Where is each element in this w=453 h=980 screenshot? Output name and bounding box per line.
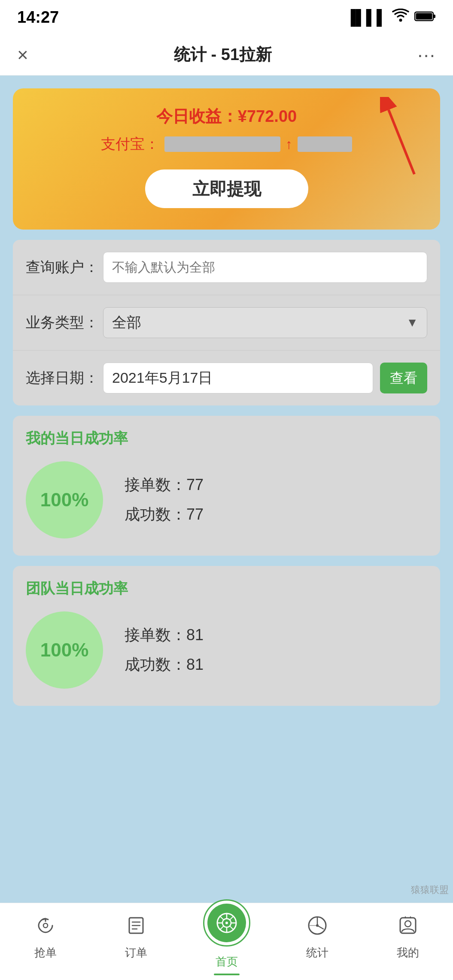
signal-icon: ▐▌▌▌ — [346, 9, 387, 26]
svg-point-6 — [43, 923, 48, 928]
nav-item-orders[interactable]: 订单 — [91, 914, 181, 960]
account-filter-input[interactable] — [103, 252, 427, 283]
orders-label: 订单 — [125, 945, 147, 960]
home-label: 首页 — [216, 954, 238, 969]
today-earnings: 今日收益：¥772.00 — [30, 106, 423, 127]
my-order-count: 接单数：77 — [125, 475, 204, 496]
svg-point-17 — [405, 921, 411, 927]
type-filter-value: 全部 — [112, 313, 141, 333]
status-time: 14:27 — [17, 8, 59, 27]
account-filter-row: 查询账户： — [13, 240, 440, 295]
my-stats-row: 100% 接单数：77 成功数：77 — [26, 461, 427, 538]
team-stats-title: 团队当日成功率 — [26, 579, 427, 599]
nav-item-stats[interactable]: 统计 — [272, 914, 362, 960]
home-center-button[interactable] — [203, 899, 250, 947]
watermark: 猿猿联盟 — [411, 883, 449, 896]
svg-point-0 — [399, 19, 402, 22]
account-filter-label: 查询账户： — [26, 257, 103, 277]
page-title: 统计 - 51拉新 — [174, 44, 272, 66]
orders-icon — [125, 914, 147, 942]
team-stats-section: 团队当日成功率 100% 接单数：81 成功数：81 — [13, 566, 440, 706]
team-order-count: 接单数：81 — [125, 625, 204, 646]
svg-rect-3 — [416, 13, 432, 19]
type-filter-row: 业务类型： 全部 ▼ — [13, 295, 440, 351]
date-filter-row: 选择日期： 2021年5月17日 查看 — [13, 351, 440, 405]
red-arrow-annotation — [380, 97, 423, 185]
nav-item-grab[interactable]: 抢单 — [0, 914, 91, 960]
team-stats-row: 100% 接单数：81 成功数：81 — [26, 611, 427, 689]
nav-bar: × 统计 - 51拉新 ··· — [0, 34, 453, 76]
status-icons: ▐▌▌▌ — [346, 9, 436, 26]
more-button[interactable]: ··· — [417, 44, 436, 66]
stats-label: 统计 — [306, 945, 328, 960]
grab-icon — [34, 914, 57, 942]
date-filter-label: 选择日期： — [26, 368, 103, 388]
alipay-label: 支付宝： — [101, 134, 159, 154]
mine-label: 我的 — [397, 945, 419, 960]
withdraw-button[interactable]: 立即提现 — [145, 169, 308, 208]
team-success-rate-badge: 100% — [26, 611, 103, 689]
alipay-account-masked: ██████████ — [164, 136, 280, 152]
query-button[interactable]: 查看 — [380, 363, 427, 393]
stats-icon — [306, 914, 328, 942]
mine-icon — [397, 914, 419, 942]
team-success-count: 成功数：81 — [125, 654, 204, 675]
nav-item-home[interactable]: 首页 — [181, 899, 272, 975]
main-content: 今日收益：¥772.00 支付宝： ██████████ ↑ ████ 立即提现… — [0, 76, 453, 706]
home-nav-underline — [214, 974, 240, 975]
grab-label: 抢单 — [34, 945, 57, 960]
my-success-count: 成功数：77 — [125, 504, 204, 525]
type-filter-select[interactable]: 全部 ▼ — [103, 307, 427, 338]
alipay-row: 支付宝： ██████████ ↑ ████ — [30, 134, 423, 154]
home-icon — [207, 904, 246, 942]
my-stats-section: 我的当日成功率 100% 接单数：77 成功数：77 — [13, 416, 440, 556]
my-stats-details: 接单数：77 成功数：77 — [125, 475, 204, 525]
alipay-account-masked2: ████ — [298, 136, 352, 152]
battery-icon — [414, 9, 436, 26]
svg-point-13 — [225, 922, 228, 924]
svg-line-5 — [389, 110, 414, 174]
bottom-nav: 抢单 订单 首页 — [0, 903, 453, 980]
date-filter-input[interactable]: 2021年5月17日 — [103, 363, 373, 393]
status-bar: 14:27 ▐▌▌▌ — [0, 0, 453, 34]
my-stats-title: 我的当日成功率 — [26, 429, 427, 448]
filter-section: 查询账户： 业务类型： 全部 ▼ 选择日期： 2021年5月17日 查看 — [13, 240, 440, 405]
wifi-icon — [392, 9, 409, 26]
team-stats-details: 接单数：81 成功数：81 — [125, 625, 204, 675]
svg-point-15 — [316, 924, 319, 927]
my-success-rate-badge: 100% — [26, 461, 103, 538]
type-filter-label: 业务类型： — [26, 313, 103, 333]
arrow-up-icon: ↑ — [286, 136, 292, 152]
earnings-card: 今日收益：¥772.00 支付宝： ██████████ ↑ ████ 立即提现 — [13, 88, 440, 230]
svg-rect-2 — [433, 15, 435, 18]
dropdown-arrow-icon: ▼ — [406, 316, 418, 330]
nav-item-mine[interactable]: 我的 — [362, 914, 453, 960]
close-button[interactable]: × — [17, 44, 28, 66]
